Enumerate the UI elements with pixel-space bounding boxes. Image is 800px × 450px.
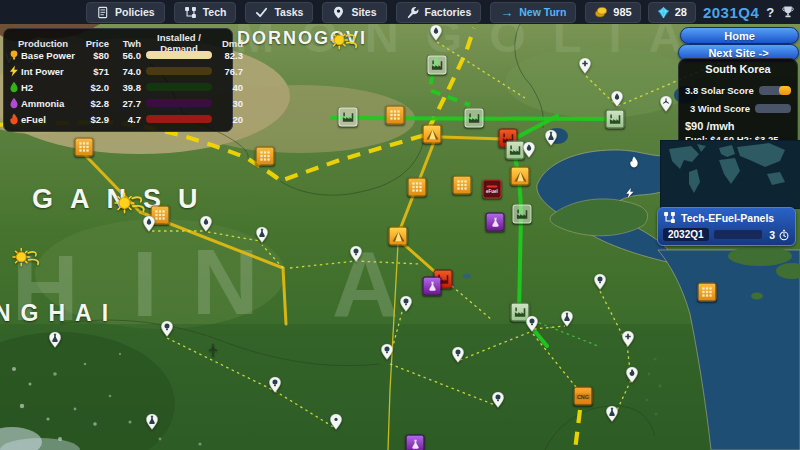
pin-site-icon[interactable] bbox=[330, 413, 343, 430]
home-button[interactable]: Home bbox=[680, 27, 799, 44]
solar-farm-icon[interactable] bbox=[389, 227, 408, 246]
sites-label: Sites bbox=[351, 6, 376, 18]
pin-wind-icon[interactable] bbox=[660, 95, 673, 112]
installed-demand-bar bbox=[146, 67, 212, 75]
planned-factory-icon[interactable] bbox=[339, 108, 358, 127]
pin-ammonia-icon[interactable] bbox=[256, 226, 269, 243]
solar-score-bar bbox=[759, 86, 791, 95]
pin-ammonia-icon[interactable] bbox=[146, 413, 159, 430]
ammonia-plant-icon[interactable] bbox=[406, 435, 425, 450]
efuel-plant-icon[interactable]: eFuel bbox=[483, 180, 502, 199]
solar-farm-icon[interactable] bbox=[511, 167, 530, 186]
ammonia-plant-icon[interactable] bbox=[423, 277, 442, 296]
tech-button[interactable]: Tech bbox=[174, 2, 237, 23]
money-counter: 985 bbox=[585, 2, 640, 23]
row-dmd: 76.7 bbox=[215, 66, 245, 77]
pin-power-icon[interactable] bbox=[350, 245, 363, 262]
ammonia-plant-icon[interactable] bbox=[486, 213, 505, 232]
planned-factory-icon[interactable] bbox=[428, 56, 447, 75]
city-site-icon[interactable] bbox=[75, 138, 94, 157]
pin-hydrogen-icon[interactable] bbox=[523, 141, 536, 158]
pin-ammonia-icon[interactable] bbox=[561, 310, 574, 327]
row-name: eFuel bbox=[21, 114, 81, 125]
installed-demand-bar bbox=[146, 115, 212, 123]
game-date: 2031Q4 bbox=[703, 4, 759, 21]
research-turns-left: 3 bbox=[769, 229, 790, 241]
policies-button[interactable]: Policies bbox=[86, 2, 165, 23]
wind-turbine-icon[interactable] bbox=[207, 343, 220, 358]
row-name: Base Power bbox=[21, 50, 81, 61]
city-site-icon[interactable] bbox=[256, 147, 275, 166]
pin-add-site-icon[interactable] bbox=[579, 57, 592, 74]
tech-tree-icon bbox=[663, 211, 676, 224]
help-button[interactable]: ? bbox=[766, 5, 774, 20]
pin-add-site-icon[interactable] bbox=[622, 330, 635, 347]
row-price: $71 bbox=[81, 66, 111, 77]
site-info-panel: South Korea 3.8 Solar Score 3 Wind Score… bbox=[678, 58, 798, 151]
green-factory-icon[interactable] bbox=[606, 110, 625, 129]
pin-power-icon[interactable] bbox=[492, 391, 505, 408]
lightning-icon[interactable] bbox=[625, 187, 636, 200]
research-progress-panel[interactable]: Tech-EFuel-Panels 2032Q1 3 bbox=[657, 207, 796, 246]
sun-wind-icon bbox=[114, 190, 148, 216]
pin-hydrogen-icon[interactable] bbox=[430, 24, 443, 41]
gas-flame-icon[interactable] bbox=[628, 155, 640, 169]
trophy-icon[interactable] bbox=[781, 5, 795, 19]
factories-button[interactable]: Factories bbox=[396, 2, 482, 23]
row-price: $2.9 bbox=[81, 114, 111, 125]
solar-score-fill bbox=[779, 86, 791, 95]
row-name: Int Power bbox=[21, 66, 81, 77]
pin-power-icon[interactable] bbox=[161, 320, 174, 337]
installed-demand-bar bbox=[146, 99, 212, 107]
solar-farm-icon[interactable] bbox=[423, 125, 442, 144]
city-site-icon[interactable] bbox=[453, 176, 472, 195]
world-minimap[interactable] bbox=[660, 140, 800, 209]
pin-gas-icon[interactable] bbox=[626, 366, 639, 383]
wind-score-bar bbox=[755, 104, 791, 113]
col-dmd: Dmd bbox=[215, 38, 245, 49]
pin-hydrogen-icon[interactable] bbox=[200, 215, 213, 232]
city-site-icon[interactable] bbox=[408, 178, 427, 197]
sun-wind-icon bbox=[330, 29, 360, 52]
row-price: $2.0 bbox=[81, 82, 111, 93]
cng-plant-icon[interactable]: CNG bbox=[574, 387, 593, 406]
pin-power-icon[interactable] bbox=[269, 376, 282, 393]
pin-hydrogen-icon[interactable] bbox=[611, 90, 624, 107]
new-turn-label: New Turn bbox=[519, 6, 566, 18]
row-twh: 39.8 bbox=[111, 82, 143, 93]
tech-tree-icon bbox=[184, 6, 197, 19]
production-panel: Production Price Twh Installed / Demand … bbox=[3, 28, 233, 132]
wrench-icon bbox=[406, 6, 419, 19]
research-progress-bar bbox=[714, 230, 762, 239]
planned-factory-icon[interactable] bbox=[513, 205, 532, 224]
factories-label: Factories bbox=[425, 6, 472, 18]
tasks-button[interactable]: Tasks bbox=[245, 2, 313, 23]
production-header-row: Production Price Twh Installed / Demand … bbox=[8, 32, 228, 47]
pin-hydrogen-icon[interactable] bbox=[143, 215, 156, 232]
pin-power-icon[interactable] bbox=[594, 273, 607, 290]
sites-button[interactable]: Sites bbox=[322, 2, 386, 23]
pin-power-icon[interactable] bbox=[400, 295, 413, 312]
row-dmd: 30 bbox=[215, 98, 245, 109]
pin-power-icon[interactable] bbox=[381, 343, 394, 360]
row-name: Ammonia bbox=[21, 98, 81, 109]
new-turn-button[interactable]: → New Turn bbox=[490, 2, 576, 23]
pin-ammonia-icon[interactable] bbox=[606, 405, 619, 422]
city-site-icon[interactable] bbox=[386, 106, 405, 125]
pin-ammonia-icon[interactable] bbox=[545, 129, 558, 146]
installed-demand-bar bbox=[146, 51, 212, 59]
tech-label: Tech bbox=[203, 6, 227, 18]
production-row-h2: H2 $2.0 39.8 40 bbox=[8, 79, 228, 95]
planned-factory-icon[interactable] bbox=[465, 109, 484, 128]
checkmark-icon bbox=[255, 6, 268, 19]
money-value: 985 bbox=[613, 6, 631, 18]
pin-power-icon[interactable] bbox=[452, 346, 465, 363]
site-name: South Korea bbox=[685, 63, 791, 75]
row-name: H2 bbox=[21, 82, 81, 93]
pin-power-icon[interactable] bbox=[526, 315, 539, 332]
pin-ammonia-icon[interactable] bbox=[49, 331, 62, 348]
wind-score: 3 Wind Score bbox=[690, 103, 750, 114]
city-site-icon bbox=[698, 283, 717, 302]
world-minimap-graphic bbox=[661, 141, 799, 206]
policies-label: Policies bbox=[115, 6, 155, 18]
